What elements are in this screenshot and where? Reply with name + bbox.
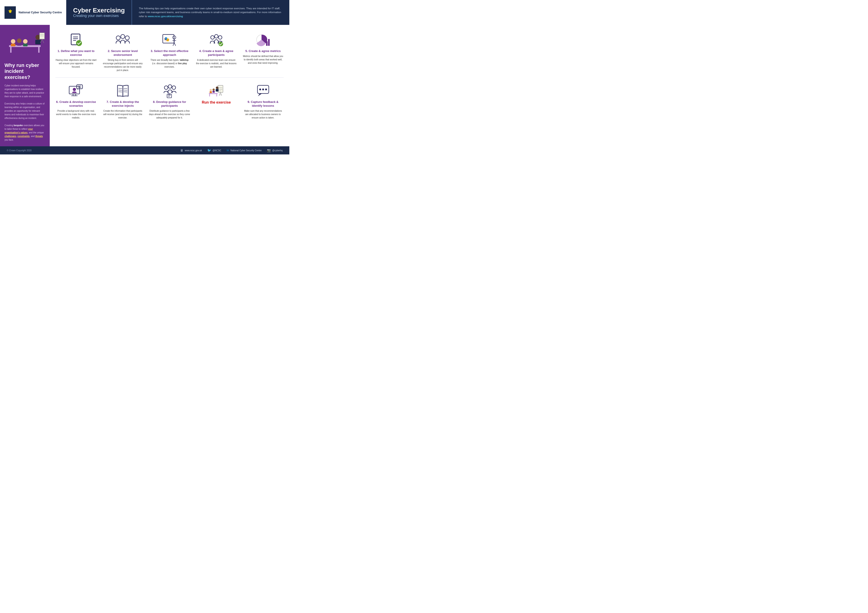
svg-point-36 [219,36,222,39]
svg-point-72 [209,89,212,91]
svg-rect-73 [209,91,212,93]
step-6-icon [68,83,84,99]
sidebar: Why run cyber incident exercises? Cyber … [0,25,50,146]
svg-rect-75 [212,91,215,93]
svg-line-66 [219,93,220,96]
footer-link-linkedin-text: National Cyber Security Centre [230,149,262,152]
step-4-desc: A dedicated exercise team can ensure the… [195,58,237,68]
footer-link-website[interactable]: 🖥 www.ncsc.gov.uk [180,149,202,152]
team-illustration [5,31,45,57]
step-3: 🎭 3. Select the most effective approach … [147,29,192,74]
svg-point-26 [125,36,129,40]
svg-line-49 [118,88,122,88]
svg-point-5 [11,39,16,43]
steps-row-2: 6. Create & develop exercise scenarios P… [53,80,286,122]
svg-rect-39 [266,41,268,46]
svg-text:⚜: ⚜ [8,9,12,14]
step-9-icon [255,83,271,99]
ncsc-emblem: ⚜ [5,6,16,19]
svg-rect-78 [216,94,217,96]
svg-point-56 [168,85,172,88]
copyright: © Crown Copyright 2020 [7,149,32,152]
svg-point-55 [164,86,168,89]
svg-point-74 [212,88,215,91]
svg-point-80 [259,88,261,90]
step-9-title: 9. Capture feedback & identify lessons [242,100,284,108]
step-7-icon [115,83,131,99]
header-title-block: Cyber Exercising Creating your own exerc… [66,0,132,25]
svg-line-53 [123,90,127,90]
step-4: 4. Create a team & agree participants A … [193,29,239,74]
footer-link-instagram[interactable]: 📷 @cyberhq [267,149,282,152]
svg-line-18 [42,39,44,43]
svg-rect-8 [17,43,22,46]
svg-point-9 [23,39,28,43]
svg-text:🎭: 🎭 [164,36,169,42]
sidebar-para2: Exercising also helps create a culture o… [5,102,45,120]
footer-link-linkedin[interactable]: in National Cyber Security Centre [227,149,262,152]
run-title: Run the exercise [202,100,231,105]
instagram-icon: 📷 [267,149,271,152]
svg-point-25 [121,34,125,39]
svg-point-35 [214,34,218,38]
svg-rect-4 [38,47,40,53]
logo-text: National Cyber Security Centre [19,11,62,14]
step-7: 7. Create & develop the exercise injects… [100,80,146,122]
twitter-icon: 🐦 [207,149,211,152]
step-9: 9. Capture feedback & identify lessons M… [240,80,286,122]
svg-line-33 [174,43,176,46]
step-8-icon [162,83,177,99]
step-6-desc: Provide a background story with real-wor… [55,109,97,119]
sidebar-para1: Cyber incident exercising helps organisa… [5,84,45,98]
svg-point-44 [73,88,76,91]
run-icon [208,83,224,99]
svg-line-67 [220,93,222,96]
main-content: Why run cyber incident exercises? Cyber … [0,25,289,146]
ncsc-link[interactable]: www.ncsc.gov.uk/exercising [148,15,183,18]
step-7-title: 7. Create & develop the exercise injects [102,100,144,108]
page-title: Cyber Exercising [73,7,125,14]
svg-rect-62 [218,85,223,93]
step-8: 8. Develop guidance for participants Dis… [147,80,192,122]
footer-links: 🖥 www.ncsc.gov.uk 🐦 @NCSC in National Cy… [180,149,282,152]
svg-point-69 [216,86,219,89]
sidebar-para3: Creating bespoke exercises allows you to… [5,124,45,142]
page-subtitle: Creating your own exercises [73,14,125,18]
svg-rect-40 [268,39,270,46]
step-5-desc: Metrics should be defined that allow you… [242,54,284,65]
footer-link-instagram-text: @cyberhq [272,149,282,152]
step-2-desc: Strong buy-in from seniors will encourag… [102,58,144,72]
svg-point-57 [172,86,176,89]
svg-rect-3 [10,47,11,53]
logo-block: ⚜ National Cyber Security Centre [0,0,66,25]
step-4-title: 4. Create a team & agree participants [195,49,237,57]
sidebar-illustration [5,29,45,59]
step-7-desc: Create the information that participants… [102,109,144,119]
step-1-title: 1. Define what you want to exercise [55,49,97,57]
step-2-title: 2. Secure senior level endorsement [102,49,144,57]
monitor-icon: 🖥 [180,149,183,152]
svg-rect-76 [209,93,218,94]
svg-point-7 [17,39,22,43]
svg-marker-83 [258,93,262,96]
step-5-title: 5. Create & agree metrics [245,49,281,53]
footer-link-twitter[interactable]: 🐦 @NCSC [207,149,221,152]
step-9-desc: Make sure that any recommendations are a… [242,109,284,119]
sidebar-heading: Why run cyber incident exercises? [5,62,45,80]
step-6-title: 6. Create & develop exercise scenarios [55,100,97,108]
step-2-icon [115,32,131,48]
svg-marker-48 [78,88,78,90]
svg-point-81 [262,88,264,90]
step-6: 6. Create & develop exercise scenarios P… [53,80,99,122]
svg-point-82 [265,88,267,90]
step-5: 5. Create & agree metrics Metrics should… [240,29,286,74]
header-description: The following tips can help organisation… [132,0,289,25]
step-4-icon [208,32,224,48]
step-1-icon [68,32,84,48]
svg-point-24 [116,36,120,40]
svg-rect-12 [35,40,41,44]
step-8-title: 8. Develop guidance for participants [149,100,190,108]
linkedin-icon: in [227,149,229,152]
page-footer: © Crown Copyright 2020 🖥 www.ncsc.gov.uk… [0,146,289,154]
step-3-icon: 🎭 [162,32,177,48]
